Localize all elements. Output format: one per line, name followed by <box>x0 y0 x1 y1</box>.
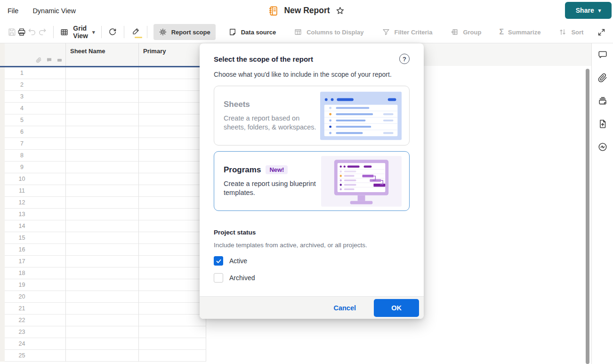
row-number[interactable]: 12 <box>5 197 66 209</box>
column-header-sheet-name[interactable]: Sheet Name <box>66 43 139 66</box>
cell-primary[interactable] <box>139 185 206 197</box>
cell-sheet-name[interactable] <box>66 114 139 126</box>
row-number[interactable]: 17 <box>5 256 66 267</box>
row-number[interactable]: 24 <box>5 338 66 350</box>
cell-sheet-name[interactable] <box>66 126 139 138</box>
attachments-icon[interactable] <box>597 72 608 83</box>
cell-primary[interactable] <box>139 103 206 114</box>
help-icon[interactable]: ? <box>399 54 410 64</box>
row-number[interactable]: 8 <box>5 150 66 162</box>
cell-primary[interactable] <box>139 209 206 220</box>
cell-sheet-name[interactable] <box>66 138 139 150</box>
column-header-primary[interactable]: Primary <box>139 43 206 66</box>
cell-primary[interactable] <box>139 267 206 279</box>
refresh-button[interactable] <box>108 25 118 39</box>
active-option[interactable]: Active <box>214 256 410 266</box>
archived-checkbox[interactable] <box>214 273 223 283</box>
cell-primary[interactable] <box>139 338 206 350</box>
row-number[interactable]: 18 <box>5 267 66 279</box>
cell-primary[interactable] <box>139 138 206 150</box>
row-number[interactable]: 11 <box>5 185 66 197</box>
cancel-button[interactable]: Cancel <box>333 304 356 312</box>
view-selector[interactable]: Grid View ▾ <box>60 24 95 40</box>
cell-primary[interactable] <box>139 220 206 232</box>
cell-sheet-name[interactable] <box>66 197 139 209</box>
cell-primary[interactable] <box>139 67 206 79</box>
row-number[interactable]: 1 <box>5 67 66 79</box>
row-number[interactable]: 2 <box>5 79 66 91</box>
data-source-button[interactable]: Data source <box>223 24 281 40</box>
active-checkbox[interactable] <box>214 256 223 266</box>
cell-sheet-name[interactable] <box>66 91 139 103</box>
highlight-button[interactable] <box>130 25 141 39</box>
cell-sheet-name[interactable] <box>66 338 139 350</box>
save-button[interactable] <box>7 25 17 39</box>
cell-sheet-name[interactable] <box>66 79 139 91</box>
conversations-icon[interactable] <box>597 49 608 60</box>
cell-sheet-name[interactable] <box>66 232 139 244</box>
favorite-star-icon[interactable] <box>335 6 346 16</box>
summarize-button[interactable]: Σ Summarize <box>494 24 546 40</box>
cell-primary[interactable] <box>139 326 206 338</box>
cell-sheet-name[interactable] <box>66 67 139 79</box>
row-number[interactable]: 7 <box>5 138 66 150</box>
columns-to-display-button[interactable]: Columns to Display <box>289 24 369 40</box>
cell-primary[interactable] <box>139 350 206 362</box>
filter-criteria-button[interactable]: Filter Criteria <box>377 24 438 40</box>
publish-icon[interactable] <box>597 118 608 129</box>
cell-primary[interactable] <box>139 303 206 315</box>
cell-sheet-name[interactable] <box>66 279 139 291</box>
cell-sheet-name[interactable] <box>66 291 139 303</box>
row-number[interactable]: 20 <box>5 291 66 303</box>
row-number[interactable]: 9 <box>5 162 66 173</box>
programs-card[interactable]: Programs New! Create a report using blue… <box>214 151 410 211</box>
sort-button[interactable]: Sort <box>553 24 589 40</box>
cell-primary[interactable] <box>139 126 206 138</box>
cell-primary[interactable] <box>139 150 206 162</box>
cell-sheet-name[interactable] <box>66 173 139 185</box>
cell-sheet-name[interactable] <box>66 315 139 326</box>
undo-button[interactable] <box>27 25 37 39</box>
row-number[interactable]: 13 <box>5 209 66 220</box>
row-number[interactable]: 15 <box>5 232 66 244</box>
row-number[interactable]: 25 <box>5 350 66 362</box>
menu-file[interactable]: File <box>8 7 18 15</box>
sheets-card[interactable]: Sheets Create a report based on sheets, … <box>214 86 410 146</box>
ok-button[interactable]: OK <box>374 299 419 317</box>
group-button[interactable]: Group <box>445 24 486 40</box>
cell-primary[interactable] <box>139 91 206 103</box>
print-button[interactable] <box>17 25 27 39</box>
expand-view-button[interactable] <box>596 25 606 39</box>
share-button[interactable]: Share ▾ <box>565 2 612 19</box>
cell-sheet-name[interactable] <box>66 350 139 362</box>
activity-log-icon[interactable] <box>597 141 608 153</box>
row-number[interactable]: 23 <box>5 326 66 338</box>
cell-primary[interactable] <box>139 114 206 126</box>
cell-primary[interactable] <box>139 197 206 209</box>
row-number[interactable]: 19 <box>5 279 66 291</box>
report-scope-button[interactable]: Report scope <box>153 24 216 40</box>
archived-option[interactable]: Archived <box>214 273 410 283</box>
cell-primary[interactable] <box>139 244 206 256</box>
cell-primary[interactable] <box>139 232 206 244</box>
cell-sheet-name[interactable] <box>66 267 139 279</box>
proofs-icon[interactable] <box>597 95 608 106</box>
menu-dynamic-view[interactable]: Dynamic View <box>32 7 76 15</box>
cell-sheet-name[interactable] <box>66 256 139 267</box>
vertical-scrollbar[interactable] <box>586 69 589 364</box>
cell-sheet-name[interactable] <box>66 326 139 338</box>
cell-primary[interactable] <box>139 256 206 267</box>
row-number[interactable]: 6 <box>5 126 66 138</box>
row-number[interactable]: 10 <box>5 173 66 185</box>
cell-sheet-name[interactable] <box>66 185 139 197</box>
row-number[interactable]: 3 <box>5 91 66 103</box>
cell-sheet-name[interactable] <box>66 103 139 114</box>
cell-sheet-name[interactable] <box>66 303 139 315</box>
cell-sheet-name[interactable] <box>66 162 139 173</box>
row-number[interactable]: 16 <box>5 244 66 256</box>
row-number-header[interactable] <box>5 43 66 66</box>
cell-sheet-name[interactable] <box>66 220 139 232</box>
cell-primary[interactable] <box>139 79 206 91</box>
row-number[interactable]: 14 <box>5 220 66 232</box>
cell-sheet-name[interactable] <box>66 244 139 256</box>
